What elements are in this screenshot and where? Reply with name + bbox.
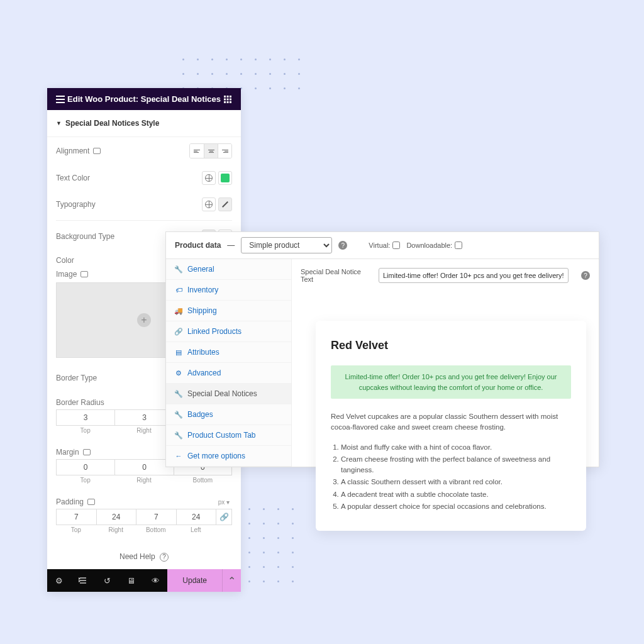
navigator-icon[interactable]: [71, 569, 95, 592]
feature-item: A decadent treat with a subtle chocolate…: [341, 489, 571, 500]
update-button[interactable]: Update: [167, 569, 222, 592]
control-padding: Padding px ▾: [47, 491, 241, 509]
tab-special-deal-notices[interactable]: 🔧Special Deal Notices: [166, 384, 291, 404]
feature-item: Moist and fluffy cake with a hint of coc…: [341, 442, 571, 453]
product-data-dash: —: [227, 241, 235, 250]
wrench-icon: 🔧: [175, 390, 182, 398]
label-typography: Typography: [56, 200, 96, 209]
align-left-button[interactable]: [190, 144, 204, 158]
wrench-icon: 🔧: [175, 431, 182, 440]
border-radius-top-input[interactable]: [56, 409, 114, 426]
wrench-icon: 🔧: [175, 411, 182, 419]
arrow-left-icon: ←: [175, 452, 182, 460]
deal-notice-box: Limited-time offer! Order 10+ pcs and yo…: [331, 365, 571, 399]
color-swatch: [221, 174, 230, 182]
svg-rect-0: [224, 96, 226, 97]
hamburger-icon[interactable]: [55, 96, 66, 103]
padding-unit-select[interactable]: px ▾: [218, 499, 230, 506]
svg-rect-2: [230, 96, 231, 97]
padding-left-input[interactable]: [176, 509, 216, 525]
add-image-icon: +: [137, 313, 151, 327]
label-background-type: Background Type: [56, 232, 114, 241]
settings-icon[interactable]: ⚙: [47, 569, 71, 592]
product-preview-card: Red Velvet Limited-time offer! Order 10+…: [316, 321, 586, 531]
need-help[interactable]: Need Help ?: [47, 541, 241, 569]
apps-grid-icon[interactable]: [222, 96, 233, 103]
divider: [56, 220, 232, 221]
padding-inputs: 🔗: [47, 509, 241, 526]
responsive-mode-icon[interactable]: 🖥: [119, 569, 143, 592]
tab-product-custom-tab[interactable]: 🔧Product Custom Tab: [166, 425, 291, 446]
globe-icon: [205, 201, 213, 208]
label-padding: Padding: [56, 497, 84, 506]
product-data-tabs: 🔧General 🏷Inventory 🚚Shipping 🔗Linked Pr…: [166, 259, 292, 467]
pencil-icon: [221, 201, 229, 208]
padding-bottom-input[interactable]: [136, 509, 176, 525]
padding-right-input[interactable]: [96, 509, 136, 525]
svg-rect-6: [224, 101, 226, 103]
field-label: Special Deal Notice Text: [301, 268, 370, 283]
margin-top-input[interactable]: [56, 459, 114, 475]
virtual-checkbox[interactable]: Virtual:: [369, 242, 400, 249]
align-center-button[interactable]: [204, 144, 218, 158]
elementor-header: Edit Woo Product: Special Deal Notices: [47, 88, 241, 110]
control-typography: Typography: [47, 191, 241, 218]
svg-rect-4: [227, 98, 229, 100]
label-border-radius: Border Radius: [56, 398, 104, 407]
wrench-icon: 🔧: [175, 265, 182, 274]
help-icon[interactable]: ?: [581, 271, 590, 280]
global-typography-button[interactable]: [202, 197, 216, 211]
help-icon: ?: [160, 553, 169, 562]
responsive-icon[interactable]: [87, 499, 95, 505]
margin-sublabels: TopRightBottom: [47, 477, 241, 491]
responsive-icon[interactable]: [80, 271, 88, 277]
global-color-button[interactable]: [202, 171, 216, 185]
section-header[interactable]: ▼ Special Deal Notices Style: [47, 110, 241, 137]
label-alignment: Alignment: [56, 147, 89, 155]
feature-item: A popular dessert choice for special occ…: [341, 501, 571, 512]
special-deal-notice-input[interactable]: [379, 268, 569, 283]
alignment-buttons: [189, 143, 232, 158]
responsive-icon[interactable]: [93, 148, 101, 154]
truck-icon: 🚚: [175, 307, 182, 315]
tab-linked-products[interactable]: 🔗Linked Products: [166, 321, 291, 342]
tab-inventory[interactable]: 🏷Inventory: [166, 280, 291, 301]
history-icon[interactable]: ↺: [96, 569, 119, 592]
svg-rect-3: [224, 98, 226, 100]
link-values-button[interactable]: 🔗: [216, 509, 232, 525]
globe-icon: [205, 174, 213, 182]
margin-right-input[interactable]: [114, 459, 173, 475]
special-deal-notice-field: Special Deal Notice Text ?: [301, 268, 590, 283]
svg-rect-5: [230, 98, 231, 100]
svg-rect-8: [230, 101, 231, 103]
tab-advanced[interactable]: ⚙Advanced: [166, 363, 291, 384]
tab-shipping[interactable]: 🚚Shipping: [166, 301, 291, 321]
caret-down-icon: ▼: [56, 120, 62, 126]
tab-badges[interactable]: 🔧Badges: [166, 404, 291, 425]
typography-edit-button[interactable]: [218, 197, 232, 211]
need-help-label: Need Help: [119, 552, 155, 561]
svg-rect-7: [227, 101, 229, 103]
downloadable-checkbox[interactable]: Downloadable:: [406, 242, 462, 249]
tab-attributes[interactable]: ▤Attributes: [166, 342, 291, 363]
product-type-select[interactable]: Simple product: [241, 237, 332, 253]
color-swatch-button[interactable]: [218, 171, 232, 185]
update-more-button[interactable]: ⌃: [222, 569, 241, 592]
border-radius-right-input[interactable]: [114, 409, 173, 426]
padding-top-input[interactable]: [56, 509, 96, 525]
elementor-footer: ⚙ ↺ 🖥 👁 Update ⌃: [47, 569, 241, 592]
product-features-list: Moist and fluffy cake with a hint of coc…: [331, 442, 571, 513]
label-border-type: Border Type: [56, 374, 97, 382]
gear-icon: ⚙: [175, 369, 182, 377]
product-data-title: Product data: [175, 241, 221, 250]
tab-general[interactable]: 🔧General: [166, 259, 291, 280]
tag-icon: 🏷: [175, 286, 182, 294]
align-right-button[interactable]: [218, 144, 231, 158]
product-title: Red Velvet: [331, 337, 571, 354]
label-image: Image: [56, 270, 77, 279]
decorative-dots-top: [176, 53, 314, 91]
help-icon[interactable]: ?: [338, 241, 347, 250]
preview-icon[interactable]: 👁: [143, 569, 167, 592]
tab-get-more-options[interactable]: ←Get more options: [166, 446, 291, 467]
responsive-icon[interactable]: [83, 449, 91, 455]
